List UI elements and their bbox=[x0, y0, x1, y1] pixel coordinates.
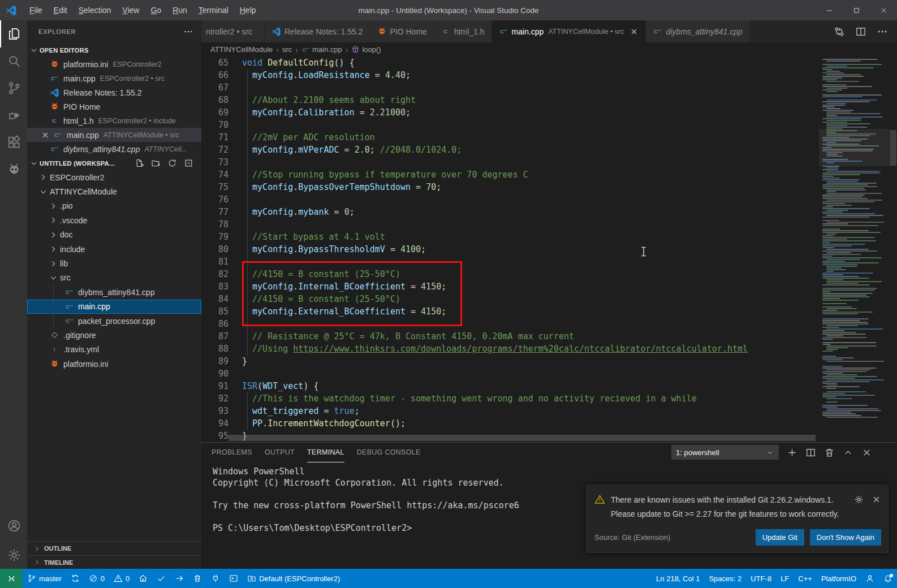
editor-tab[interactable]: C++diybms_attiny841.cpp bbox=[646, 20, 749, 42]
tree-item-attinycellmodule[interactable]: ATTINYCellModule bbox=[27, 184, 201, 198]
tree-item-packet-processor-cpp[interactable]: C++packet_processor.cpp bbox=[27, 314, 201, 328]
gear-icon[interactable] bbox=[854, 495, 864, 504]
status-master[interactable]: master bbox=[23, 569, 66, 588]
code-line[interactable]: 76 bbox=[201, 193, 897, 206]
plus-icon[interactable] bbox=[787, 447, 797, 458]
code-line[interactable]: 69 myConfig.Calibration = 2.21000; bbox=[201, 106, 897, 119]
panel-tab-debug-console[interactable]: DEBUG CONSOLE bbox=[357, 443, 421, 462]
tree-item-espcontroller2[interactable]: ESPController2 bbox=[27, 170, 201, 184]
close-button[interactable] bbox=[870, 0, 897, 20]
code-line[interactable]: 77 myConfig.mybank = 0; bbox=[201, 206, 897, 218]
editor-tab[interactable]: C++main.cppATTINYCellModule • src bbox=[492, 20, 646, 42]
status-utf-8[interactable]: UTF-8 bbox=[746, 569, 776, 588]
horizontal-scrollbar[interactable] bbox=[228, 435, 816, 441]
open-editor-item[interactable]: Chtml_1.hESPController2 • include bbox=[27, 114, 201, 128]
code-line[interactable]: 93 wdt_triggered = true; bbox=[201, 405, 897, 417]
code-line[interactable]: 74 //Stop running bypass if temperature … bbox=[201, 168, 897, 181]
menu-selection[interactable]: Selection bbox=[73, 0, 117, 20]
editor-tab[interactable]: Chtml_1.h bbox=[434, 20, 492, 42]
code-line[interactable]: 72 myConfig.mVPerADC = 2.0; //2048.0/102… bbox=[201, 144, 897, 156]
scrollbar-thumb[interactable] bbox=[228, 435, 816, 441]
minimize-button[interactable] bbox=[816, 0, 843, 20]
status-0[interactable]: 0 bbox=[84, 569, 109, 588]
code-editor[interactable]: 65void DefaultConfig() {66 myConfig.Load… bbox=[201, 57, 897, 442]
status-lf[interactable]: LF bbox=[776, 569, 794, 588]
menu-go[interactable]: Go bbox=[145, 0, 167, 20]
status-bell[interactable] bbox=[879, 569, 897, 588]
sidebar-section-outline[interactable]: OUTLINE bbox=[27, 542, 201, 555]
code-line[interactable]: 80 myConfig.BypassThresholdmV = 4100; bbox=[201, 243, 897, 256]
activity-files[interactable] bbox=[0, 20, 27, 47]
code-line[interactable]: 90 bbox=[201, 368, 897, 380]
close-icon[interactable] bbox=[41, 131, 50, 140]
tree-item-main-cpp[interactable]: C++main.cpp bbox=[27, 300, 201, 314]
activity-debug[interactable] bbox=[0, 102, 27, 129]
more-actions-icon[interactable] bbox=[183, 27, 193, 37]
editor-tab[interactable]: PIO Home bbox=[370, 20, 434, 42]
more-icon[interactable] bbox=[877, 26, 888, 37]
close-icon[interactable] bbox=[861, 447, 872, 458]
activity-search[interactable] bbox=[0, 47, 27, 75]
open-editor-item[interactable]: PIO Home bbox=[27, 100, 201, 114]
breadcrumb-item[interactable]: src bbox=[282, 45, 292, 54]
status-c[interactable]: C++ bbox=[794, 569, 817, 588]
tree-item--gitignore[interactable]: .gitignore bbox=[27, 328, 201, 342]
open-editor-item[interactable]: platformio.iniESPController2 bbox=[27, 57, 201, 71]
open-editor-item[interactable]: C++main.cppESPController2 • src bbox=[27, 71, 201, 85]
code-line[interactable]: 67 bbox=[201, 81, 897, 94]
tree-item--vscode[interactable]: .vscode bbox=[27, 213, 201, 227]
open-editor-item[interactable]: Release Notes: 1.55.2 bbox=[27, 85, 201, 100]
menu-edit[interactable]: Edit bbox=[48, 0, 73, 20]
menu-run[interactable]: Run bbox=[167, 0, 193, 20]
status-feedback[interactable] bbox=[861, 569, 879, 588]
breadcrumb-item[interactable]: C++main.cpp bbox=[301, 45, 342, 54]
chev-up-icon[interactable] bbox=[843, 447, 853, 458]
tree-item--pio[interactable]: .pio bbox=[27, 199, 201, 213]
code-line[interactable]: 84 //4150 = B constant (25-50°C) bbox=[201, 293, 897, 305]
tree-item-lib[interactable]: lib bbox=[27, 256, 201, 270]
code-line[interactable]: 92 //This is the watchdog timer - someth… bbox=[201, 392, 897, 405]
code-line[interactable]: 91ISR(WDT_vect) { bbox=[201, 380, 897, 392]
open-editor-item[interactable]: C++main.cppATTINYCellModule • src bbox=[27, 128, 201, 142]
tree-item--travis-yml[interactable]: !.travis.yml bbox=[27, 343, 201, 357]
panel-tab-terminal[interactable]: TERMINAL bbox=[307, 443, 344, 462]
code-line[interactable]: 78 bbox=[201, 218, 897, 231]
open-editors-header[interactable]: OPEN EDITORS bbox=[27, 43, 201, 57]
status-ln-218-col-1[interactable]: Ln 218, Col 1 bbox=[652, 569, 704, 588]
tree-item-include[interactable]: include bbox=[27, 242, 201, 256]
code-line[interactable]: 82 //4150 = B constant (25-50°C) bbox=[201, 268, 897, 280]
breadcrumb-item[interactable]: ATTINYCellModule bbox=[210, 45, 273, 54]
code-line[interactable]: 70 bbox=[201, 119, 897, 131]
menu-file[interactable]: File bbox=[24, 0, 48, 20]
split-icon[interactable] bbox=[855, 26, 866, 37]
maximize-button[interactable] bbox=[843, 0, 870, 20]
status-terminal-box[interactable] bbox=[225, 569, 243, 588]
status-sync[interactable] bbox=[66, 569, 84, 588]
activity-extensions[interactable] bbox=[0, 129, 27, 156]
menu-view[interactable]: View bbox=[117, 0, 145, 20]
status-remote-indicator[interactable] bbox=[0, 569, 23, 588]
status-platformio[interactable]: PlatformIO bbox=[817, 569, 861, 588]
close-icon[interactable] bbox=[872, 495, 881, 504]
code-line[interactable]: 65void DefaultConfig() { bbox=[201, 57, 897, 69]
compare-icon[interactable] bbox=[834, 26, 845, 37]
panel-tab-problems[interactable]: PROBLEMS bbox=[212, 443, 252, 462]
code-line[interactable]: 66 myConfig.LoadResistance = 4.40; bbox=[201, 69, 897, 81]
code-line[interactable]: 87 // Resistance @ 25°C = 47k, B Constan… bbox=[201, 330, 897, 343]
minimap-slider[interactable] bbox=[819, 129, 889, 166]
code-line[interactable]: 68 //About 2.2100 seems about right bbox=[201, 94, 897, 106]
trash-icon[interactable] bbox=[824, 447, 835, 458]
status-plug[interactable] bbox=[206, 569, 225, 588]
workspace-header[interactable]: UNTITLED (WORKSPA... bbox=[27, 156, 201, 170]
tree-item-doc[interactable]: doc bbox=[27, 228, 201, 242]
terminal-select[interactable]: 1: powershell bbox=[671, 445, 779, 460]
activity-gear[interactable] bbox=[0, 542, 27, 569]
status-default-espcontroller2[interactable]: Default (ESPController2) bbox=[243, 569, 344, 588]
code-line[interactable]: 79 //Start bypass at 4.1 volt bbox=[201, 231, 897, 243]
panel-tab-output[interactable]: OUTPUT bbox=[265, 443, 295, 462]
tree-item-diybms-attiny841-cpp[interactable]: C++diybms_attiny841.cpp bbox=[27, 285, 201, 299]
activity-account[interactable] bbox=[0, 512, 27, 539]
refresh-icon[interactable] bbox=[167, 158, 177, 168]
sidebar-section-timeline[interactable]: TIMELINE bbox=[27, 555, 201, 569]
status-home[interactable] bbox=[134, 569, 152, 588]
